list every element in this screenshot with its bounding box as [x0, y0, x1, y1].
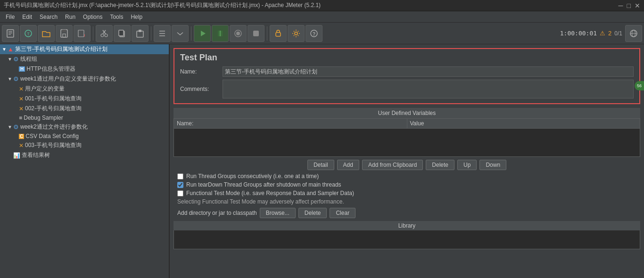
menu-tools[interactable]: Tools — [106, 13, 127, 21]
expand-button[interactable] — [154, 25, 171, 42]
tree-item-003[interactable]: ✕ 003-手机号归属地查询 — [0, 140, 169, 150]
tree-item-week1[interactable]: ▼ ⚙ week1通过用户自定义变量进行参数化 — [0, 74, 169, 84]
disable-button[interactable] — [212, 25, 229, 42]
delete2-button[interactable]: Delete — [298, 208, 327, 218]
http-icon: H — [19, 66, 25, 72]
save-as-button[interactable]: ! — [74, 25, 91, 42]
clear-button[interactable]: Clear — [330, 208, 355, 218]
tg-icon: ⚙ — [13, 56, 19, 63]
panel-title: Test Plan — [180, 53, 634, 63]
003-icon: ✕ — [19, 142, 24, 149]
tree-item-user-vars[interactable]: ✕ 用户定义的变量 — [0, 84, 169, 94]
copy-button[interactable] — [114, 25, 131, 42]
left-panel: ▼ ▲ 第三节-手机号码归属地测试介绍计划 ▼ ⚙ 线程组 H HTTP信息头管… — [0, 44, 170, 278]
open-button[interactable] — [38, 25, 55, 42]
functional-note: Selecting Functional Test Mode may adver… — [177, 198, 636, 205]
main-area: ▼ ▲ 第三节-手机号码归属地测试介绍计划 ▼ ⚙ 线程组 H HTTP信息头管… — [0, 44, 644, 278]
tree-label-week2: week2通过文件进行参数化 — [20, 123, 88, 131]
toggle-root: ▼ — [2, 47, 7, 52]
maximize-button[interactable]: □ — [627, 2, 631, 9]
teardown-checkbox[interactable] — [177, 182, 183, 188]
run-groups-checkbox[interactable] — [177, 173, 183, 180]
toggle-tg: ▼ — [8, 57, 12, 62]
functional-row: Functional Test Mode (i.e. save Response… — [177, 190, 636, 196]
detail-button[interactable]: Detail — [307, 160, 334, 170]
tree-label-tg: 线程组 — [20, 55, 37, 63]
tree-item-002[interactable]: ✕ 002-手机号归属地查询 — [0, 104, 169, 114]
minimize-button[interactable]: ─ — [619, 2, 623, 9]
delete-button[interactable]: Delete — [426, 160, 454, 170]
global-button[interactable] — [625, 25, 642, 42]
debug-icon: ■ — [19, 114, 22, 121]
tree-item-debug[interactable]: ■ Debug Sampler — [0, 114, 169, 122]
tree-label-http: HTTP信息头管理器 — [26, 65, 75, 73]
root-icon: ▲ — [8, 46, 14, 53]
add-button[interactable]: Add — [337, 160, 359, 170]
menu-file[interactable]: File — [2, 13, 18, 21]
warning-icon: ⚠ — [600, 30, 605, 37]
classpath-label: Add directory or jar to classpath — [177, 210, 257, 216]
library-section: Library — [173, 221, 640, 249]
scroll-lock-button[interactable] — [270, 25, 287, 42]
title-bar: 手机号码归属地测试介绍计划.jmx (F:\apache-jmeter-5.2.… — [0, 0, 644, 11]
comments-label: Comments: — [180, 86, 223, 92]
week2-icon: ⚙ — [13, 123, 19, 131]
tree-item-csv[interactable]: C CSV Data Set Config — [0, 132, 169, 140]
menu-search[interactable]: Search — [36, 13, 61, 21]
tree-item-001[interactable]: ✕ 001-手机号归属地查询 — [0, 94, 169, 104]
name-input[interactable] — [223, 66, 634, 77]
svg-point-23 — [236, 32, 240, 35]
comments-row: Comments: — [180, 80, 634, 98]
library-body — [173, 230, 640, 249]
add-clipboard-button[interactable]: Add from Clipboard — [362, 160, 423, 170]
green-dot: 56 — [635, 81, 644, 90]
close-button[interactable]: ✕ — [635, 2, 640, 9]
title-bar-controls: ─ □ ✕ — [619, 2, 640, 9]
teardown-row: Run tearDown Thread Groups after shutdow… — [177, 181, 636, 188]
svg-rect-24 — [253, 31, 259, 36]
toggle-week2: ▼ — [8, 124, 12, 130]
tree-label-002: 002-手机号归属地查询 — [25, 105, 82, 113]
week1-icon: ⚙ — [13, 75, 19, 82]
udv-header: User Defined Variables — [173, 108, 640, 118]
enable-button[interactable] — [194, 25, 211, 42]
tree-label-003: 003-手机号归属地查询 — [25, 141, 82, 149]
new-button[interactable] — [2, 25, 19, 42]
table-header: Name: Value — [173, 118, 640, 129]
paste-button[interactable] — [132, 25, 149, 42]
collapse-button[interactable] — [172, 25, 189, 42]
tree-item-threadgroup[interactable]: ▼ ⚙ 线程组 — [0, 54, 169, 64]
svg-rect-16 — [119, 30, 124, 36]
toggle-button[interactable] — [230, 25, 247, 42]
tree-item-results[interactable]: 📊 查看结果树 — [0, 150, 169, 160]
save-button[interactable] — [56, 25, 73, 42]
table-body — [173, 129, 640, 157]
menu-help[interactable]: Help — [127, 13, 146, 21]
cut-button[interactable] — [96, 25, 113, 42]
stop-button[interactable] — [248, 25, 264, 42]
help-button[interactable]: ? — [305, 25, 322, 42]
functional-checkbox[interactable] — [177, 190, 183, 196]
comments-input[interactable] — [223, 80, 634, 98]
library-header: Library — [173, 221, 640, 230]
templates-button[interactable]: T — [20, 25, 37, 42]
settings-button[interactable] — [288, 25, 305, 42]
svg-text:!: ! — [84, 33, 85, 38]
tree-label-debug: Debug Sampler — [24, 114, 63, 121]
up-button[interactable]: Up — [457, 160, 477, 170]
down-button[interactable]: Down — [479, 160, 506, 170]
svg-point-26 — [295, 32, 297, 35]
tree-item-root[interactable]: ▼ ▲ 第三节-手机号码归属地测试介绍计划 — [0, 44, 169, 54]
tree-item-http-header[interactable]: H HTTP信息头管理器 — [0, 64, 169, 74]
menu-edit[interactable]: Edit — [18, 13, 36, 21]
browse-button[interactable]: Browse... — [260, 208, 296, 218]
toolbar: T ! — [0, 23, 644, 44]
svg-text:T: T — [27, 32, 30, 36]
action-buttons: Detail Add Add from Clipboard Delete Up … — [173, 160, 640, 170]
svg-marker-19 — [201, 31, 206, 36]
warning-count: 2 — [608, 30, 611, 37]
tree-item-week2[interactable]: ▼ ⚙ week2通过文件进行参数化 — [0, 122, 169, 132]
classpath-row: Add directory or jar to classpath Browse… — [177, 208, 636, 218]
menu-options[interactable]: Options — [79, 13, 106, 21]
menu-run[interactable]: Run — [61, 13, 79, 21]
